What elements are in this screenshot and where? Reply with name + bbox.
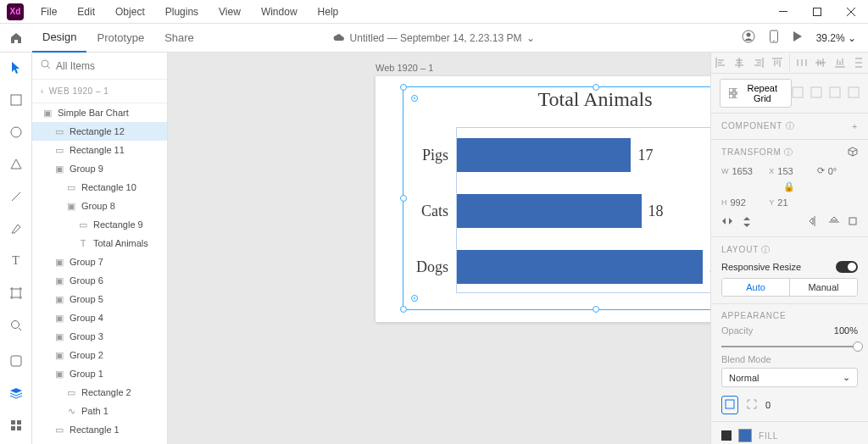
menu-view[interactable]: View — [209, 0, 251, 24]
line-tool[interactable] — [6, 186, 26, 207]
play-icon[interactable] — [793, 31, 803, 45]
menu-object[interactable]: Object — [105, 0, 155, 24]
align-center-h-icon[interactable] — [732, 56, 746, 69]
layer-row[interactable]: ▣Group 2 — [32, 346, 167, 364]
info-icon[interactable]: ⓘ — [761, 245, 771, 254]
pen-tool[interactable] — [6, 219, 26, 239]
info-icon[interactable]: ⓘ — [786, 121, 795, 130]
plus-icon[interactable]: + — [852, 122, 858, 131]
align-left-icon[interactable] — [714, 56, 727, 69]
flip-v-icon2[interactable] — [829, 216, 839, 230]
rotate-handle-icon[interactable] — [410, 94, 419, 103]
search-input[interactable] — [56, 60, 168, 72]
home-button[interactable] — [0, 32, 32, 44]
layout-mode-segment[interactable]: Auto Manual — [721, 278, 858, 297]
tab-share[interactable]: Share — [154, 24, 204, 53]
maximize-button[interactable] — [800, 0, 834, 24]
back-icon[interactable]: ‹ — [41, 86, 44, 96]
layer-row[interactable]: ▭Rectangle 2 — [32, 383, 167, 402]
flip-h-icon[interactable] — [721, 216, 733, 230]
ellipse-tool[interactable] — [6, 122, 26, 142]
height-field[interactable]: H992 — [721, 197, 762, 208]
menu-window[interactable]: Window — [251, 0, 308, 24]
layer-row[interactable]: TTotal Animals — [32, 234, 167, 253]
layer-row[interactable]: ∿Path 1 — [32, 402, 167, 420]
avatar-icon[interactable] — [742, 30, 755, 46]
rotate-handle-icon[interactable] — [410, 294, 419, 302]
flip-h-icon2[interactable] — [809, 216, 821, 230]
menu-help[interactable]: Help — [308, 0, 349, 24]
layer-row[interactable]: ▣Group 8 — [32, 197, 167, 215]
corner-independent-icon[interactable] — [747, 399, 757, 411]
canvas[interactable]: Web 1920 – 1 Total Animals Pigs17Cats18D… — [168, 53, 710, 444]
auto-option[interactable]: Auto — [722, 279, 789, 296]
rectangle-tool[interactable] — [6, 90, 26, 110]
document-title[interactable]: Untitled — September 14, 2.23.13 PM ⌄ — [333, 32, 536, 44]
align-bottom-icon[interactable] — [833, 56, 847, 69]
menu-plugins[interactable]: Plugins — [155, 0, 209, 24]
assets-panel-icon[interactable] — [6, 351, 26, 371]
align-top-icon[interactable] — [771, 56, 784, 69]
artboard[interactable]: Total Animals Pigs17Cats18Dogs24 — [376, 76, 710, 322]
minimize-button[interactable] — [766, 0, 800, 24]
zoom-tool[interactable] — [6, 315, 26, 336]
tab-design[interactable]: Design — [32, 24, 86, 53]
layers-panel-icon[interactable] — [6, 383, 26, 403]
artboard-label[interactable]: Web 1920 – 1 — [376, 63, 433, 73]
x-field[interactable]: X153 — [769, 166, 810, 176]
y-field[interactable]: Y21 — [769, 197, 810, 208]
menu-edit[interactable]: Edit — [67, 0, 105, 24]
layer-row[interactable]: ▣Group 9 — [32, 159, 167, 178]
rotate-cw-icon[interactable] — [848, 216, 858, 230]
text-tool[interactable]: T — [6, 251, 26, 271]
responsive-toggle[interactable] — [836, 261, 858, 273]
layer-row[interactable]: ▣Group 6 — [32, 271, 167, 290]
distribute-v-icon[interactable] — [852, 56, 865, 69]
flip-v-icon[interactable] — [742, 216, 752, 230]
close-button[interactable] — [834, 0, 868, 24]
layer-row[interactable]: ▣Simple Bar Chart — [32, 103, 167, 122]
width-field[interactable]: W1653 — [721, 166, 762, 176]
artboard-tool[interactable] — [6, 283, 26, 303]
add-icon[interactable] — [792, 86, 804, 100]
distribute-h-icon[interactable] — [795, 56, 809, 69]
blend-select[interactable]: Normal⌄ — [721, 368, 858, 387]
opacity-value[interactable]: 100% — [834, 325, 858, 336]
lock-icon[interactable]: 🔒 — [721, 181, 858, 192]
tab-prototype[interactable]: Prototype — [86, 24, 154, 53]
fill-checkbox[interactable] — [721, 430, 732, 441]
mobile-preview-icon[interactable] — [769, 30, 779, 46]
layer-row[interactable]: ▭Rectangle 10 — [32, 178, 167, 197]
menu-file[interactable]: File — [31, 0, 67, 24]
layer-row[interactable]: ▣Group 1 — [32, 364, 167, 383]
select-tool[interactable] — [6, 58, 26, 78]
layer-row[interactable]: ▣Group 4 — [32, 308, 167, 327]
layer-row[interactable]: ▣Group 7 — [32, 253, 167, 271]
align-right-icon[interactable] — [752, 56, 765, 69]
intersect-icon[interactable] — [829, 86, 841, 100]
layer-row[interactable]: ▭Rectangle 11 — [32, 141, 167, 159]
fill-swatch[interactable] — [738, 429, 752, 442]
manual-option[interactable]: Manual — [789, 279, 857, 296]
rotation-field[interactable]: ⟳0° — [817, 165, 858, 176]
subtract-icon[interactable] — [810, 86, 822, 100]
polygon-tool[interactable] — [6, 154, 26, 175]
corner-same-icon[interactable] — [721, 396, 738, 414]
cube-icon[interactable] — [848, 147, 858, 158]
layer-row[interactable]: ▭Rectangle 12 — [32, 122, 167, 141]
plugins-panel-icon[interactable] — [6, 415, 26, 436]
layer-type-icon: ▣ — [54, 350, 64, 360]
layer-row[interactable]: ▣Group 5 — [32, 290, 167, 308]
exclude-icon[interactable] — [848, 86, 860, 100]
opacity-slider[interactable] — [721, 346, 858, 347]
breadcrumb[interactable]: ‹ WEB 1920 – 1 — [32, 80, 167, 103]
zoom-level[interactable]: 39.2% ⌄ — [816, 32, 856, 44]
corner-radius-field[interactable]: 0 — [765, 400, 771, 410]
info-icon[interactable]: ⓘ — [784, 147, 793, 157]
layer-row[interactable]: ▭Rectangle 1 — [32, 420, 167, 439]
layer-row[interactable]: ▣Group 3 — [32, 327, 167, 346]
align-middle-icon[interactable] — [814, 56, 827, 69]
layers-search[interactable]: ⌄ — [32, 53, 167, 80]
layer-row[interactable]: ▭Rectangle 9 — [32, 215, 167, 234]
repeat-grid-button[interactable]: Repeat Grid — [720, 79, 792, 108]
